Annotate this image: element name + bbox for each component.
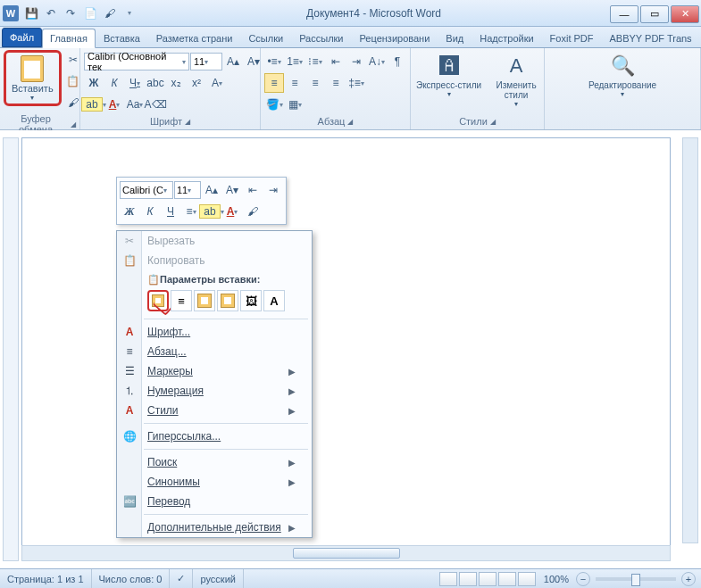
mini-inc-indent-icon[interactable]: ⇥ [263, 180, 283, 200]
mini-format-painter-icon[interactable]: 🖌 [243, 202, 263, 221]
mini-italic-button[interactable]: К [140, 202, 160, 221]
tab-addins[interactable]: Надстройки [472, 29, 541, 47]
paste-merge-icon[interactable]: ≡ [171, 290, 192, 311]
ctx-find[interactable]: Поиск▶ [117, 452, 312, 472]
multilevel-list-icon[interactable]: ⁝≡ [305, 52, 325, 71]
paste-keep-source-icon[interactable] [147, 290, 169, 311]
change-case-icon[interactable]: Aa [125, 95, 145, 114]
borders-icon[interactable]: ▦ [285, 95, 305, 114]
clear-formatting-icon[interactable]: A⌫ [146, 95, 165, 114]
status-word-count[interactable]: Число слов: 0 [92, 569, 171, 588]
ctx-bullets[interactable]: ☰Маркеры▶ [117, 361, 312, 381]
tab-mailings[interactable]: Рассылки [291, 29, 351, 47]
paste-button[interactable]: Вставить ▾ [4, 50, 62, 106]
paragraph-launcher-icon[interactable]: ◢ [347, 118, 353, 126]
mini-grow-font-icon[interactable]: A▴ [202, 180, 221, 200]
bullets-icon[interactable]: •≡ [264, 52, 284, 71]
tab-file[interactable]: Файл [2, 28, 42, 47]
mini-bold-button[interactable]: Ж [120, 202, 139, 221]
status-page[interactable]: Страница: 1 из 1 [0, 569, 92, 588]
styles-launcher-icon[interactable]: ◢ [490, 118, 496, 126]
numbering-icon[interactable]: 1≡ [285, 52, 305, 71]
highlight-color-icon[interactable]: ab [84, 95, 104, 114]
change-styles-button[interactable]: A Изменить стили▾ [490, 50, 542, 110]
ctx-paragraph[interactable]: ≡Абзац... [117, 342, 312, 361]
increase-indent-icon[interactable]: ⇥ [346, 52, 366, 71]
ctx-additional-actions[interactable]: Дополнительные действия▶ [117, 518, 312, 537]
decrease-indent-icon[interactable]: ⇤ [326, 52, 346, 71]
align-left-icon[interactable]: ≡ [264, 73, 284, 93]
tab-abbyy[interactable]: ABBYY PDF Trans [602, 29, 700, 47]
align-right-icon[interactable]: ≡ [305, 73, 325, 93]
zoom-in-button[interactable]: + [681, 572, 696, 586]
line-spacing-icon[interactable]: ‡≡ [346, 73, 366, 93]
tab-page-layout[interactable]: Разметка страни [148, 29, 241, 47]
italic-button[interactable]: К [104, 73, 124, 93]
ctx-translate[interactable]: 🔤Перевод [117, 492, 312, 511]
status-language[interactable]: русский [193, 569, 243, 588]
zoom-slider[interactable] [596, 577, 676, 581]
status-zoom-level[interactable]: 100% [537, 569, 576, 588]
tab-review[interactable]: Рецензировани [352, 29, 438, 47]
undo-icon[interactable]: ↶ [43, 5, 59, 21]
ctx-synonyms[interactable]: Синонимы▶ [117, 472, 312, 492]
tab-home[interactable]: Главная [42, 29, 96, 48]
horizontal-scrollbar[interactable] [21, 545, 671, 561]
show-marks-icon[interactable]: ¶ [388, 52, 407, 71]
superscript-icon[interactable]: x² [187, 73, 206, 93]
zoom-out-button[interactable]: − [576, 572, 590, 586]
mini-highlight-icon[interactable]: ab [202, 202, 221, 221]
save-icon[interactable]: 💾 [23, 5, 39, 21]
tab-insert[interactable]: Вставка [96, 29, 148, 47]
bold-button[interactable]: Ж [84, 73, 104, 93]
qat-customize-icon[interactable] [121, 5, 138, 21]
paste-opt-icon[interactable] [217, 290, 238, 311]
paste-opt-icon[interactable] [194, 290, 215, 311]
mini-size-combo[interactable]: 11 [174, 181, 201, 199]
shading-icon[interactable]: 🪣 [264, 95, 284, 114]
paste-picture-icon[interactable]: 🖼 [240, 290, 262, 311]
vertical-scrollbar[interactable] [682, 137, 698, 543]
view-outline-icon[interactable] [498, 572, 516, 586]
justify-icon[interactable]: ≡ [326, 73, 346, 93]
editing-button[interactable]: 🔍 Редактирование▾ [585, 50, 660, 100]
mini-align-icon[interactable]: ≡ [181, 202, 201, 221]
qat-button[interactable]: 📄 [82, 5, 98, 21]
redo-icon[interactable]: ↷ [63, 5, 79, 21]
ctx-styles[interactable]: AСтили▶ [117, 401, 312, 420]
quick-styles-button[interactable]: 🅰 Экспресс-стили▾ [413, 50, 485, 100]
view-draft-icon[interactable] [518, 572, 536, 586]
grow-font-icon[interactable]: A▴ [223, 52, 243, 71]
scroll-thumb[interactable] [293, 548, 400, 559]
align-center-icon[interactable]: ≡ [285, 73, 305, 93]
view-print-layout-icon[interactable] [439, 572, 457, 586]
font-color-icon[interactable]: A [104, 95, 124, 114]
clipboard-launcher-icon[interactable]: ◢ [71, 120, 76, 128]
sort-icon[interactable]: A↓ [367, 52, 387, 71]
ctx-numbering[interactable]: ⒈Нумерация▶ [117, 381, 312, 401]
mini-font-color-icon[interactable]: A [222, 202, 242, 221]
text-effects-icon[interactable]: A [207, 73, 227, 93]
minimize-button[interactable]: — [610, 5, 638, 23]
view-web-layout-icon[interactable] [479, 572, 497, 586]
ctx-hyperlink[interactable]: 🌐Гиперссылка... [117, 427, 312, 446]
paste-text-only-icon[interactable]: A [263, 290, 285, 311]
font-launcher-icon[interactable]: ◢ [185, 118, 190, 126]
mini-font-combo[interactable]: Calibri (С [120, 181, 173, 199]
tab-view[interactable]: Вид [438, 29, 472, 47]
mini-shrink-font-icon[interactable]: A▾ [222, 180, 242, 200]
view-full-screen-icon[interactable] [459, 572, 477, 586]
underline-button[interactable]: Ч [125, 73, 145, 93]
tab-foxit[interactable]: Foxit PDF [542, 29, 602, 47]
mini-dec-indent-icon[interactable]: ⇤ [243, 180, 263, 200]
qat-button[interactable]: 🖌 [102, 5, 118, 21]
font-size-combo[interactable]: 11 [190, 53, 222, 70]
subscript-icon[interactable]: x₂ [166, 73, 186, 93]
strikethrough-icon[interactable]: abc [146, 73, 165, 93]
close-button[interactable]: ✕ [671, 5, 699, 23]
vertical-ruler[interactable] [3, 137, 19, 561]
status-spellcheck[interactable]: ✓ [170, 569, 193, 588]
tab-references[interactable]: Ссылки [240, 29, 291, 47]
ctx-font[interactable]: AШрифт... [117, 322, 312, 342]
font-name-combo[interactable]: Calibri (Основной тек [84, 53, 189, 70]
